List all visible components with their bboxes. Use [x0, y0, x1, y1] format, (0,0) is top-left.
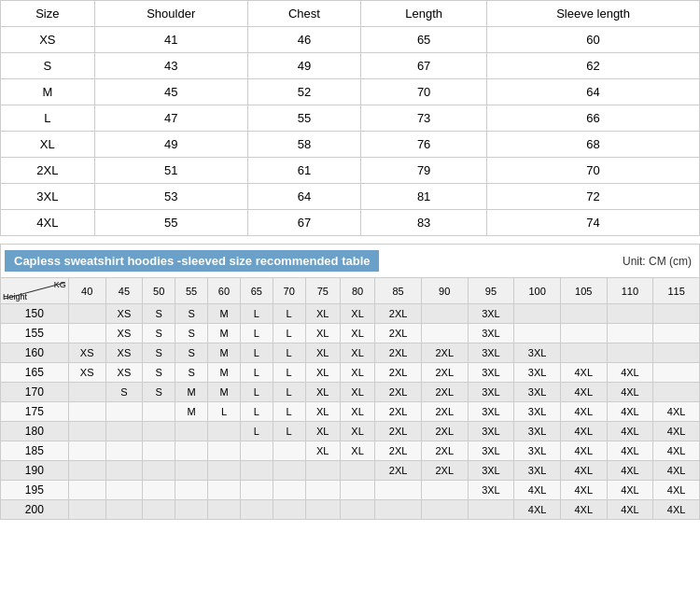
size-cell: L [240, 304, 273, 324]
size-cell [208, 481, 241, 500]
size-cell: XL [305, 363, 340, 383]
size-cell: L [208, 402, 241, 422]
table-cell: 74 [487, 210, 700, 236]
size-cell: L [273, 324, 305, 343]
size-cell [421, 324, 468, 343]
size-cell [514, 304, 561, 324]
size-cell: S [143, 383, 175, 402]
size-cell: 4XL [607, 402, 653, 422]
table-cell: 3XL [1, 184, 95, 210]
size-cell: 4XL [560, 402, 607, 422]
rec-table-row: 185XLXL2XL2XL3XL3XL4XL4XL4XL [1, 441, 700, 461]
size-cell: 2XL [375, 402, 422, 422]
size-cell [208, 441, 241, 461]
table-cell: 49 [247, 53, 360, 79]
size-cell [273, 461, 305, 481]
size-cell [143, 422, 175, 441]
size-cell: 3XL [468, 343, 514, 363]
size-cell: 3XL [468, 422, 514, 441]
table-cell: 2XL [1, 158, 95, 184]
size-cell [68, 304, 105, 324]
size-cell: L [273, 304, 305, 324]
kg-column-header: 60 [208, 278, 241, 304]
height-value: 150 [1, 304, 69, 324]
size-cell: 3XL [468, 304, 514, 324]
size-cell [273, 481, 305, 500]
size-cell: 3XL [514, 461, 561, 481]
size-cell [68, 500, 105, 520]
table-cell: 47 [94, 105, 247, 132]
size-cell: 4XL [560, 481, 607, 500]
size-cell: M [208, 343, 241, 363]
size-cell: 2XL [421, 461, 468, 481]
size-cell [208, 500, 241, 520]
table-cell: 72 [487, 184, 700, 210]
size-cell [68, 441, 105, 461]
size-cell: 2XL [375, 422, 422, 441]
size-cell [305, 461, 340, 481]
column-header: Length [361, 1, 487, 27]
table-cell: 60 [487, 27, 700, 53]
size-cell: 2XL [375, 343, 422, 363]
height-value: 155 [1, 324, 69, 343]
height-value: 170 [1, 383, 69, 402]
size-cell: S [143, 324, 175, 343]
size-cell: S [143, 304, 175, 324]
size-cell [105, 481, 143, 500]
kg-column-header: 75 [305, 278, 340, 304]
size-cell [273, 500, 305, 520]
size-cell [653, 343, 700, 363]
size-cell: L [240, 363, 273, 383]
size-table: SizeShoulderChestLengthSleeve length XS4… [0, 0, 700, 236]
size-cell [143, 441, 175, 461]
table-cell: 61 [247, 158, 360, 184]
table-cell: 73 [361, 105, 487, 132]
kg-column-header: 40 [68, 278, 105, 304]
size-cell: XS [105, 363, 143, 383]
size-cell [607, 324, 653, 343]
size-cell: 4XL [607, 441, 653, 461]
size-cell [375, 500, 422, 520]
section-header: Capless sweatshirt hoodies -sleeved size… [0, 244, 700, 277]
size-cell: M [175, 383, 208, 402]
size-cell [143, 500, 175, 520]
size-cell [560, 324, 607, 343]
size-cell: 4XL [653, 422, 700, 441]
kg-column-header: 50 [143, 278, 175, 304]
table-cell: 68 [487, 132, 700, 158]
table-cell: XS [1, 27, 95, 53]
table-cell: 76 [361, 132, 487, 158]
size-cell: 4XL [607, 422, 653, 441]
size-cell: 2XL [375, 304, 422, 324]
column-header: Size [1, 1, 95, 27]
size-cell: S [175, 324, 208, 343]
size-cell: XL [340, 304, 374, 324]
size-cell [340, 461, 374, 481]
size-cell: 4XL [607, 383, 653, 402]
table-row: M45527064 [1, 79, 700, 105]
rec-table-row: 180LLXLXL2XL2XL3XL3XL4XL4XL4XL [1, 422, 700, 441]
size-cell: 4XL [653, 441, 700, 461]
size-cell [653, 363, 700, 383]
size-cell [105, 422, 143, 441]
size-cell: XL [305, 304, 340, 324]
table-cell: 45 [94, 79, 247, 105]
size-cell: 4XL [653, 402, 700, 422]
kg-column-header: 85 [375, 278, 422, 304]
size-cell: 4XL [607, 363, 653, 383]
size-cell [305, 500, 340, 520]
size-cell: M [175, 402, 208, 422]
size-cell: 4XL [607, 481, 653, 500]
table-row: 3XL53648172 [1, 184, 700, 210]
size-cell [514, 324, 561, 343]
table-cell: 66 [487, 105, 700, 132]
table-cell: 58 [247, 132, 360, 158]
size-cell [421, 481, 468, 500]
size-cell [208, 461, 241, 481]
size-cell [340, 500, 374, 520]
kg-column-header: 90 [421, 278, 468, 304]
size-cell [240, 500, 273, 520]
size-cell [653, 383, 700, 402]
table-cell: 70 [361, 79, 487, 105]
kg-column-header: 110 [607, 278, 653, 304]
